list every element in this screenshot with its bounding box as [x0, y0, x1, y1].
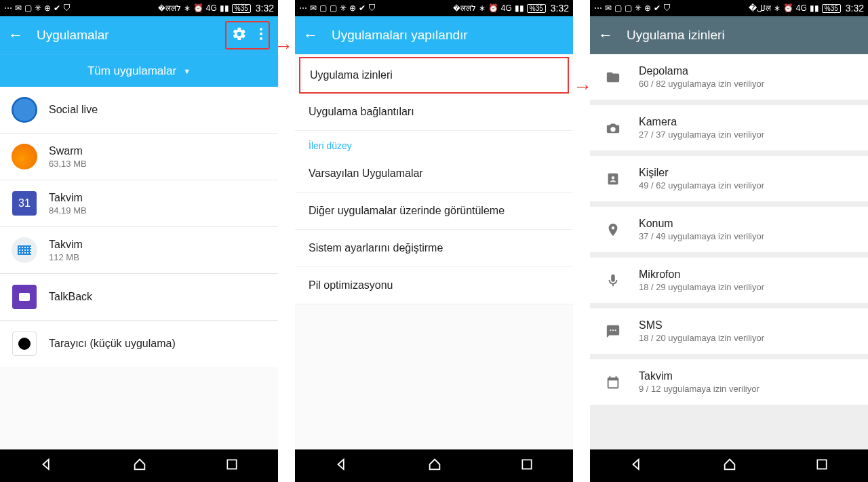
configure-list[interactable]: Uygulama izinleri Uygulama bağlantıları …: [295, 54, 573, 449]
back-icon[interactable]: ←: [8, 26, 23, 44]
perm-sub: 9 / 12 uygulamaya izin veriliyor: [639, 384, 760, 394]
perm-location[interactable]: Konum37 / 49 uygulamaya izin veriliyor: [590, 207, 868, 252]
page-title: Uygulama izinleri: [627, 28, 860, 43]
nav-home-icon[interactable]: [132, 457, 147, 475]
contacts-icon: [601, 172, 625, 186]
app-row[interactable]: Takvim 112 MB: [0, 226, 278, 273]
perm-title: SMS: [639, 319, 764, 332]
image-icon: ▢: [625, 3, 632, 13]
nav-bar: [0, 449, 278, 482]
status-time: 3:32: [551, 3, 569, 14]
perm-contacts[interactable]: Kişiler49 / 62 uygulamaya izin veriliyor: [590, 156, 868, 201]
perm-title: Kamera: [639, 116, 764, 128]
wifi-icon: �للल: [749, 3, 771, 13]
shield-icon: ⛉: [63, 3, 71, 13]
svg-point-2: [260, 37, 262, 40]
keyboard-icon: ⋯: [299, 3, 307, 13]
svg-rect-10: [818, 460, 827, 468]
app-row[interactable]: Swarm 63,13 MB: [0, 133, 278, 180]
calendar-icon: [601, 375, 625, 390]
highlight-actions: [225, 21, 270, 49]
app-row[interactable]: 31 Takvim 84,19 MB: [0, 180, 278, 226]
back-icon[interactable]: ←: [303, 26, 318, 44]
perm-storage[interactable]: Depolama60 / 82 uygulamaya izin veriliyo…: [590, 54, 868, 100]
app-size: 63,13 MB: [49, 159, 87, 169]
sms-icon: [601, 324, 625, 339]
perm-camera[interactable]: Kamera27 / 37 uygulamaya izin veriliyor: [590, 105, 868, 150]
svg-point-7: [610, 329, 611, 331]
screen-permissions: ⋯ ✉ ▢ ▢ ✳ ⊕ ✔ ⛉ �للल ∗ ⏰ 4G ▮▮ %35 3:32 …: [590, 0, 868, 482]
permissions-list[interactable]: Depolama60 / 82 uygulamaya izin veriliyo…: [590, 54, 868, 449]
item-app-links[interactable]: Uygulama bağlantıları: [295, 94, 573, 131]
nav-back-icon[interactable]: [334, 457, 349, 475]
nav-recent-icon[interactable]: [520, 458, 534, 474]
screen-configure: ⋯ ✉ ▢ ▢ ✳ ⊕ ✔ ⛉ �ललל ∗ ⏰ 4G ▮▮ %35 3:32 …: [295, 0, 573, 482]
status-bar: ⋯ ✉ ▢ ✳ ⊕ ✔ ⛉ �ललל ∗ ⏰ 4G ▮▮ %35 3:32: [0, 0, 278, 16]
perm-calendar[interactable]: Takvim9 / 12 uygulamaya izin veriliyor: [590, 359, 868, 405]
app-size: 84,19 MB: [49, 205, 87, 216]
app-row[interactable]: TalkBack: [0, 273, 278, 320]
sync-off-icon: ✳: [35, 3, 41, 13]
nav-home-icon[interactable]: [427, 457, 442, 475]
bluetooth-icon: ∗: [479, 3, 486, 13]
action-bar: ← Uygulamalar: [0, 16, 278, 54]
section-advanced: İleri düzey: [295, 131, 573, 155]
nav-home-icon[interactable]: [722, 457, 737, 475]
app-row[interactable]: Social live: [0, 87, 278, 133]
nav-recent-icon[interactable]: [815, 458, 829, 474]
shield-icon: ⛉: [368, 3, 376, 13]
action-bar: ← Uygulama izinleri: [590, 16, 868, 54]
alarm-icon: ⏰: [488, 3, 498, 13]
image-icon: ▢: [24, 3, 32, 13]
item-default-apps[interactable]: Varsayılan Uygulamalar: [295, 155, 573, 193]
perm-sub: 37 / 49 uygulamaya izin veriliyor: [639, 231, 764, 241]
perm-title: Mikrofon: [639, 268, 764, 281]
battery-label: %35: [527, 4, 546, 13]
more-icon[interactable]: [259, 27, 263, 43]
item-app-permissions[interactable]: Uygulama izinleri: [299, 57, 569, 94]
app-name: TalkBack: [49, 291, 92, 303]
app-icon-calendar31: 31: [12, 191, 37, 216]
svg-point-9: [615, 329, 616, 331]
svg-point-1: [260, 33, 262, 35]
perm-microphone[interactable]: Mikrofon18 / 29 uygulamaya izin veriliyo…: [590, 258, 868, 303]
location-icon: [601, 222, 625, 237]
svg-point-8: [612, 329, 614, 331]
nav-bar: [590, 449, 868, 482]
item-battery-opt[interactable]: Pil optimizasyonu: [295, 267, 573, 304]
svg-point-6: [612, 176, 615, 179]
chevron-down-icon: ▼: [183, 67, 191, 75]
mail-icon: ✉: [605, 3, 612, 13]
item-modify-settings[interactable]: Sistem ayarlarını değiştirme: [295, 230, 573, 267]
app-name: Takvim: [49, 192, 87, 204]
svg-rect-3: [228, 460, 237, 468]
perm-sub: 49 / 62 uygulamaya izin veriliyor: [639, 180, 764, 190]
image-icon: ▢: [330, 3, 337, 13]
mail-icon: ✉: [15, 3, 22, 13]
gear-icon[interactable]: [232, 26, 247, 44]
perm-title: Kişiler: [639, 167, 764, 179]
perm-sub: 60 / 82 uygulamaya izin veriliyor: [639, 79, 764, 89]
apps-list[interactable]: Social live Swarm 63,13 MB 31 Takvim 84,…: [0, 87, 278, 449]
keyboard-icon: ⋯: [594, 3, 602, 13]
globe-icon: ⊕: [44, 3, 51, 13]
filter-dropdown[interactable]: Tüm uygulamalar ▼: [0, 54, 278, 87]
action-bar: ← Uygulamaları yapılandır: [295, 16, 573, 54]
app-icon-calendar-grid: [12, 237, 37, 263]
nav-back-icon[interactable]: [39, 457, 54, 475]
status-time: 3:32: [256, 3, 274, 14]
nav-recent-icon[interactable]: [225, 458, 239, 474]
app-icon-sociallive: [12, 97, 37, 123]
svg-point-0: [260, 28, 262, 31]
back-icon[interactable]: ←: [598, 26, 613, 44]
status-time: 3:32: [846, 3, 864, 14]
perm-sms[interactable]: SMS18 / 20 uygulamaya izin veriliyor: [590, 308, 868, 354]
app-row[interactable]: Tarayıcı (küçük uygulama): [0, 320, 278, 367]
status-bar: ⋯ ✉ ▢ ▢ ✳ ⊕ ✔ ⛉ �ललל ∗ ⏰ 4G ▮▮ %35 3:32: [295, 0, 573, 16]
app-name: Takvim: [49, 239, 83, 251]
filter-label: Tüm uygulamalar: [87, 64, 176, 78]
globe-icon: ⊕: [349, 3, 356, 13]
status-bar: ⋯ ✉ ▢ ▢ ✳ ⊕ ✔ ⛉ �للल ∗ ⏰ 4G ▮▮ %35 3:32: [590, 0, 868, 16]
item-draw-over[interactable]: Diğer uygulamalar üzerinde görüntüleme: [295, 193, 573, 230]
nav-back-icon[interactable]: [629, 457, 644, 475]
